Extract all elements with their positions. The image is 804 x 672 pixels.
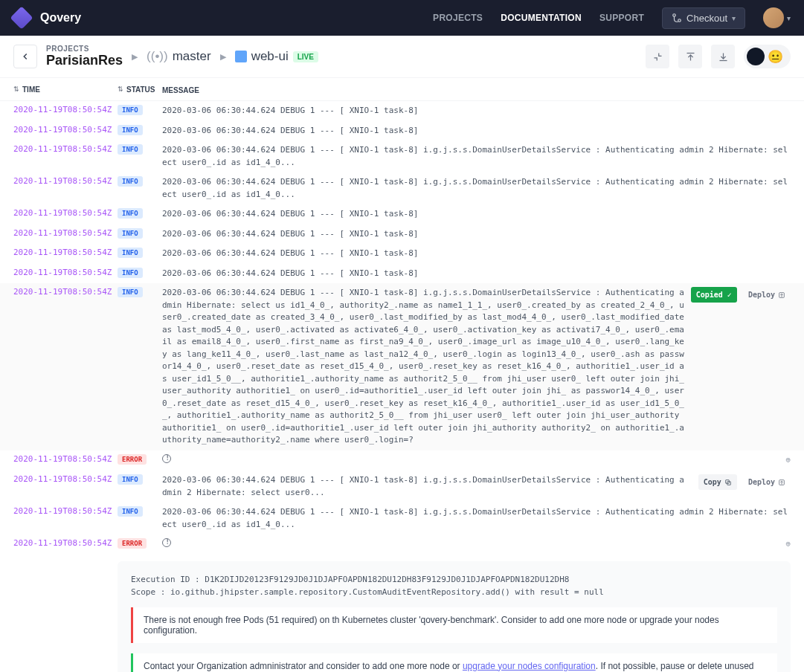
log-message: 2020-03-06 06:30:44.624 DEBUG 1 --- [ XN… <box>162 176 791 201</box>
log-row[interactable]: 2020-11-19T08:50:54ZINFO2020-03-06 06:30… <box>0 224 804 245</box>
nav-support[interactable]: SUPPORT <box>599 13 644 23</box>
log-message: ⊕ <box>162 454 791 468</box>
log-status: INFO <box>118 176 162 187</box>
download-button[interactable] <box>711 45 735 68</box>
log-row[interactable]: 2020-11-19T08:50:54ZINFO2020-03-06 06:30… <box>0 204 804 224</box>
breadcrumb-sep-icon: ▶ <box>220 52 226 62</box>
log-status: ERROR <box>118 538 162 549</box>
scope-line: Scope : io.github.jhipster.sample.reposi… <box>131 587 777 597</box>
project-name[interactable]: ParisianRes <box>46 53 123 68</box>
minimize-icon <box>652 51 663 62</box>
log-message: 2020-03-06 06:30:44.624 DEBUG 1 --- [ XN… <box>162 268 791 280</box>
warning-icon <box>162 454 171 463</box>
alert-info: Contact your Organization admninistrator… <box>131 653 777 673</box>
qovery-logo-icon <box>10 6 33 29</box>
log-message: 2020-03-06 06:30:44.624 DEBUG 1 --- [ XN… <box>162 125 791 138</box>
nav-projects[interactable]: PROJECTS <box>433 13 483 23</box>
deploy-button[interactable]: Deploy <box>743 474 791 490</box>
log-message: 2020-03-06 06:30:44.624 DEBUG 1 --- [ XN… <box>162 506 791 531</box>
status-badge: INFO <box>118 144 143 155</box>
log-row[interactable]: 2020-11-19T08:50:54ZINFO2020-03-06 06:30… <box>0 244 804 264</box>
log-row[interactable]: 2020-11-19T08:50:54ZINFO2020-03-06 06:30… <box>0 121 804 141</box>
upload-icon <box>778 291 785 299</box>
app-crumb[interactable]: web-ui LIVE <box>235 49 318 64</box>
status-badge: INFO <box>118 125 143 135</box>
cube-icon <box>235 51 247 62</box>
col-message-header: MESSAGE <box>162 86 199 94</box>
error-detail-panel: Execution ID : D1K2DIJD20123F9129JD0J1DJ… <box>118 561 791 673</box>
log-time: 2020-11-19T08:50:54Z <box>13 176 118 186</box>
status-badge: INFO <box>118 506 143 517</box>
log-status: INFO <box>118 248 162 258</box>
status-badge: INFO <box>118 176 143 187</box>
status-dot-icon <box>747 48 765 65</box>
log-message: 2020-03-06 06:30:44.624 DEBUG 1 --- [ XN… <box>162 474 791 499</box>
log-table-header: ⇅TIME ⇅STATUS MESSAGE <box>0 77 804 101</box>
log-message: 2020-03-06 06:30:44.624 DEBUG 1 --- [ XN… <box>162 105 791 117</box>
log-time: 2020-11-19T08:50:54Z <box>13 248 118 257</box>
svg-point-1 <box>678 19 681 22</box>
upgrade-link[interactable]: upgrade your nodes configuration <box>463 661 596 671</box>
broadcast-icon: ((•)) <box>147 49 168 64</box>
log-status: INFO <box>118 287 162 297</box>
col-time-header[interactable]: ⇅TIME <box>13 83 118 96</box>
user-menu[interactable]: ▾ <box>763 7 791 28</box>
brand-name: Qovery <box>40 11 81 25</box>
log-status: INFO <box>118 144 162 155</box>
branch-name: master <box>173 49 211 64</box>
nav-documentation[interactable]: DOCUMENTATION <box>501 13 582 23</box>
expand-icon[interactable]: ⊕ <box>785 454 791 467</box>
status-badge: ERROR <box>118 454 147 465</box>
branch-crumb[interactable]: ((•)) master <box>147 49 211 64</box>
log-message: 2020-03-06 06:30:44.624 DEBUG 1 --- [ XN… <box>162 248 791 260</box>
log-status: ERROR <box>118 454 162 465</box>
projects-label: PROJECTS <box>46 45 123 53</box>
status-badge: INFO <box>118 268 143 278</box>
neutral-face-icon: 😐 <box>768 49 783 65</box>
topbar: Qovery PROJECTS DOCUMENTATION SUPPORT Ch… <box>0 0 804 36</box>
copied-button[interactable]: Copied ✓ <box>691 287 737 303</box>
breadcrumb: PROJECTS ParisianRes ▶ ((•)) master ▶ we… <box>13 45 318 68</box>
live-badge: LIVE <box>293 51 318 62</box>
log-message: 2020-03-06 06:30:44.624 DEBUG 1 --- [ XN… <box>162 144 791 169</box>
log-row[interactable]: 2020-11-19T08:50:54ZINFO2020-03-06 06:30… <box>0 101 804 121</box>
log-status: INFO <box>118 268 162 278</box>
back-button[interactable] <box>13 45 37 68</box>
log-row[interactable]: 2020-11-19T08:50:54ZERROR⊕ <box>0 450 804 471</box>
collapse-button[interactable] <box>646 45 669 68</box>
branch-icon <box>672 13 682 23</box>
log-message: 2020-03-06 06:30:44.624 DEBUG 1 --- [ XN… <box>162 228 791 241</box>
status-badge: INFO <box>118 105 143 115</box>
status-pill[interactable]: 😐 <box>744 45 791 68</box>
checkout-button[interactable]: Checkout ▾ <box>662 7 745 29</box>
deploy-button[interactable]: Deploy <box>743 287 791 303</box>
log-row[interactable]: 2020-11-19T08:50:54ZINFO2020-03-06 06:30… <box>0 140 804 172</box>
log-time: 2020-11-19T08:50:54Z <box>13 208 118 218</box>
log-time: 2020-11-19T08:50:54Z <box>13 268 118 277</box>
copy-icon <box>724 479 732 486</box>
warning-icon <box>162 538 171 547</box>
log-row[interactable]: 2020-11-19T08:50:54ZINFO2020-03-06 06:30… <box>0 172 804 204</box>
log-status: INFO <box>118 208 162 219</box>
scroll-top-button[interactable] <box>678 45 702 68</box>
expand-icon[interactable]: ⊕ <box>785 538 791 551</box>
col-status-header[interactable]: ⇅STATUS <box>118 83 162 96</box>
log-time: 2020-11-19T08:50:54Z <box>13 287 118 297</box>
sort-icon: ⇅ <box>118 85 123 93</box>
avatar <box>763 7 784 28</box>
log-row[interactable]: 2020-11-19T08:50:54ZINFO2020-03-06 06:30… <box>0 283 804 450</box>
log-row[interactable]: 2020-11-19T08:50:54ZERROR⊕ <box>0 534 804 555</box>
alert-error: There is not enough free Pods (51 requir… <box>131 607 777 643</box>
log-time: 2020-11-19T08:50:54Z <box>13 105 118 114</box>
status-badge: INFO <box>118 287 143 297</box>
log-status: INFO <box>118 506 162 517</box>
row-actions: Copy Deploy <box>698 474 791 490</box>
log-row[interactable]: 2020-11-19T08:50:54ZINFO2020-03-06 06:30… <box>0 264 804 284</box>
subheader: PROJECTS ParisianRes ▶ ((•)) master ▶ we… <box>0 36 804 77</box>
log-status: INFO <box>118 105 162 115</box>
log-row[interactable]: 2020-11-19T08:50:54ZINFO2020-03-06 06:30… <box>0 471 804 503</box>
log-time: 2020-11-19T08:50:54Z <box>13 228 118 238</box>
copy-button[interactable]: Copy <box>698 474 737 490</box>
log-time: 2020-11-19T08:50:54Z <box>13 538 118 548</box>
log-row[interactable]: 2020-11-19T08:50:54ZINFO2020-03-06 06:30… <box>0 503 804 534</box>
